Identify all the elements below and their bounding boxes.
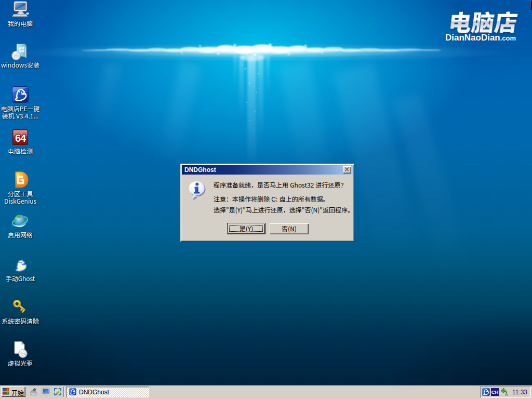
svg-text:64: 64: [15, 132, 26, 144]
